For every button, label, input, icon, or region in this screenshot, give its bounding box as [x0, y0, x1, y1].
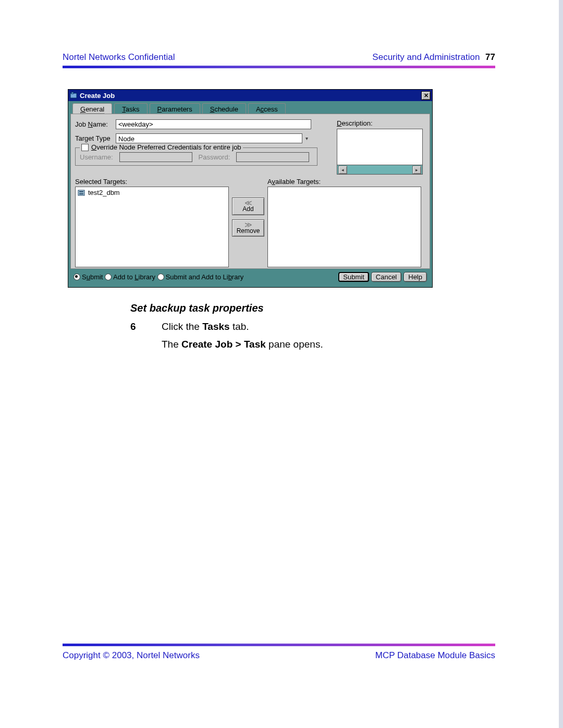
help-button[interactable]: Help: [403, 272, 427, 282]
remove-button[interactable]: ≫ Remove: [232, 219, 264, 237]
page-scrollbar-region: [559, 0, 563, 728]
app-icon: [70, 92, 77, 99]
radio-submit-label: Submit: [82, 273, 105, 281]
scroll-right-icon[interactable]: ▸: [412, 166, 421, 174]
footer-left: Copyright © 2003, Nortel Networks: [63, 650, 200, 661]
instruction-text: Set backup task properties 6 Click the T…: [130, 302, 495, 354]
description-label: Description:: [337, 119, 425, 127]
override-label: Override Node Preferred Credentials for …: [91, 143, 241, 151]
step-body: Click the Tasks tab. The Create Job > Ta…: [162, 319, 323, 354]
target-type-label: Target Type: [75, 134, 116, 142]
available-targets-label: Available Targets:: [267, 178, 421, 186]
svg-rect-1: [71, 92, 74, 94]
username-label: Username:: [80, 153, 113, 161]
cancel-button[interactable]: Cancel: [371, 272, 401, 282]
create-job-window: Create Job ✕ General Tasks Parameters Sc…: [68, 89, 433, 288]
list-item-label: test2_dbm: [88, 189, 120, 196]
password-input: [236, 152, 309, 162]
available-targets-list[interactable]: [267, 187, 421, 267]
window-titlebar[interactable]: Create Job ✕: [68, 90, 432, 101]
radio-add-library-label: Add to Library: [113, 273, 157, 281]
running-footer: Copyright © 2003, Nortel Networks MCP Da…: [63, 644, 495, 661]
tabstrip: General Tasks Parameters Schedule Access: [70, 103, 430, 114]
window-body: General Tasks Parameters Schedule Access…: [68, 101, 432, 287]
page-content: Nortel Networks Confidential Security an…: [63, 52, 495, 354]
running-header: Nortel Networks Confidential Security an…: [63, 52, 495, 63]
bottom-bar: Submit Add to Library Submit and Add to …: [70, 269, 430, 285]
selected-targets-label: Selected Targets:: [75, 178, 229, 186]
description-hscroll[interactable]: ◂ ▸: [337, 165, 423, 175]
radio-add-library[interactable]: [105, 274, 112, 280]
username-input: [119, 152, 192, 162]
tab-parameters[interactable]: Parameters: [150, 103, 200, 114]
tab-tasks[interactable]: Tasks: [114, 103, 147, 114]
radio-submit-and-add[interactable]: [157, 274, 164, 280]
dropdown-arrow-icon[interactable]: ▾: [302, 133, 311, 143]
step-number: 6: [130, 319, 162, 354]
selected-targets-list[interactable]: test2_dbm: [75, 187, 229, 267]
list-item[interactable]: test2_dbm: [77, 188, 227, 197]
footer-right: MCP Database Module Basics: [375, 650, 495, 661]
header-left: Nortel Networks Confidential: [63, 52, 175, 63]
node-icon: [78, 189, 85, 196]
add-button[interactable]: ≪ Add: [232, 198, 264, 215]
tab-access[interactable]: Access: [248, 103, 286, 114]
description-textarea[interactable]: [337, 129, 423, 165]
job-name-label: Job Name:: [75, 120, 116, 128]
override-credentials-group: Override Node Preferred Credentials for …: [75, 147, 317, 166]
close-icon[interactable]: ✕: [421, 91, 431, 100]
submit-button[interactable]: Submit: [338, 272, 369, 282]
svg-rect-3: [79, 191, 83, 192]
svg-rect-2: [78, 190, 84, 195]
tab-content-general: Job Name: Target Type Node ▾: [70, 114, 430, 269]
target-type-select[interactable]: Node: [116, 133, 311, 143]
header-rule: [63, 66, 495, 68]
job-name-input[interactable]: [116, 119, 311, 129]
override-checkbox[interactable]: [81, 144, 89, 151]
header-right: Security and Administration 77: [372, 52, 495, 63]
radio-submit-and-add-label: Submit and Add to Library: [166, 273, 244, 281]
tab-schedule[interactable]: Schedule: [202, 103, 246, 114]
footer-rule: [63, 644, 495, 646]
window-title: Create Job: [80, 92, 115, 100]
section-subhead: Set backup task properties: [130, 302, 495, 314]
svg-rect-4: [79, 193, 83, 194]
radio-submit[interactable]: [74, 274, 80, 280]
password-label: Password:: [199, 153, 230, 161]
scroll-left-icon[interactable]: ◂: [338, 166, 347, 174]
tab-general[interactable]: General: [72, 103, 112, 114]
